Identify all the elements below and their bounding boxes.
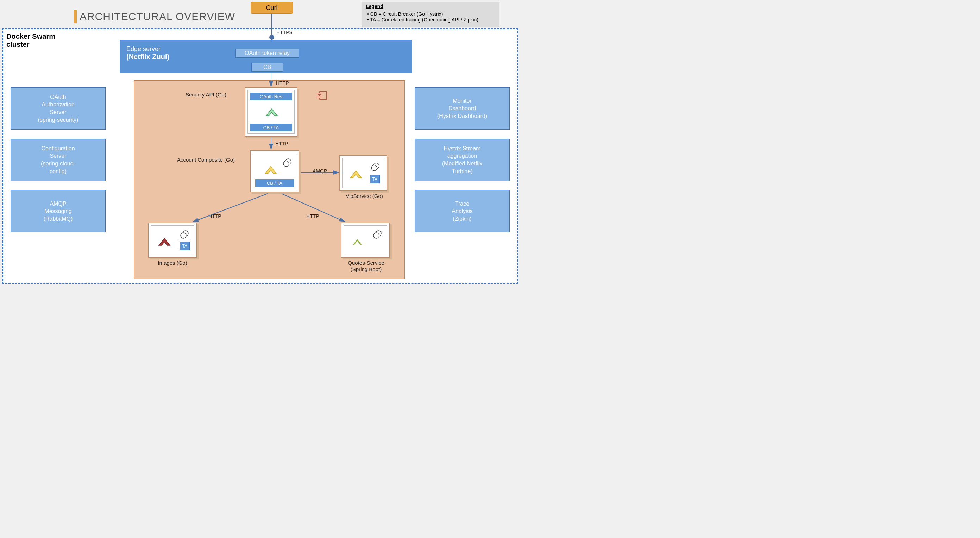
monitor-dashboard-panel: Monitor Dashboard (Hystrix Dashboard) — [415, 87, 510, 130]
oauth-token-relay-badge: OAuth token relay — [235, 49, 299, 58]
trace-l1: Trace — [455, 200, 469, 208]
http-label-2: HTTP — [275, 141, 288, 146]
hystrix-l1: Hystrix Stream — [444, 145, 481, 153]
curl-label: Curl — [266, 4, 277, 12]
monitor-l1: Monitor — [453, 97, 471, 105]
hystrix-l2: aggregation — [447, 152, 477, 160]
monitor-l2: Dashboard — [449, 105, 476, 112]
security-inner: OAuth Res CB / TA — [247, 90, 294, 134]
circle-pair-icon — [180, 230, 189, 239]
vip-service-label: VipService (Go) — [338, 193, 391, 199]
account-footer: CB / TA — [255, 179, 294, 187]
svg-rect-2 — [318, 96, 321, 98]
images-ta-chip: TA — [180, 242, 190, 250]
chevron-icon — [158, 236, 172, 247]
quotes-service-label: Quotes-Service (Spring Boot) — [338, 260, 394, 272]
hystrix-l4: Turbine) — [452, 167, 473, 175]
chevron-icon — [349, 169, 363, 179]
vip-ta-chip: TA — [370, 175, 380, 183]
security-footer: CB / TA — [250, 124, 292, 131]
quotes-service-node — [341, 223, 390, 258]
https-label: HTTPS — [276, 30, 293, 35]
amqp-l3: (RabbitMQ) — [44, 215, 73, 223]
security-api-label: Security API (Go) — [176, 92, 236, 97]
hystrix-l3: (Modified Netflix — [442, 160, 483, 167]
config-l3: (spring-cloud- — [41, 160, 75, 167]
edge-cb-badge: CB — [251, 63, 283, 72]
svg-rect-1 — [318, 93, 321, 95]
trace-l2: Analysis — [452, 207, 473, 215]
oauth-l2: Authorization — [41, 101, 74, 108]
monitor-l3: (Hystrix Dashboard) — [437, 112, 487, 120]
amqp-label: AMQP — [313, 168, 327, 174]
circle-pair-icon — [373, 230, 382, 239]
http-label-1: HTTP — [276, 80, 289, 86]
config-l2: Server — [49, 152, 66, 160]
svg-point-6 — [371, 165, 377, 171]
amqp-l1: AMQP — [49, 200, 66, 208]
config-server-panel: Configuration Server (spring-cloud- conf… — [11, 139, 106, 181]
curl-node: Curl — [251, 2, 293, 14]
legend-title: Legend — [366, 3, 495, 9]
amqp-l2: Messaging — [45, 207, 72, 215]
oauth-server-panel: OAuth Authorization Server (spring-secur… — [11, 87, 106, 130]
legend: Legend • CB = Circuit Breaker (Go Hystri… — [362, 2, 499, 27]
legend-item-ta: • TA = Correlated tracing (Opentracing A… — [367, 17, 495, 22]
svg-point-10 — [374, 233, 379, 238]
cluster-label-l2: cluster — [6, 40, 55, 49]
images-inner: TA — [151, 225, 194, 255]
quotes-l2: (Spring Boot) — [338, 266, 394, 272]
quotes-inner — [344, 225, 387, 255]
config-l1: Configuration — [41, 145, 75, 153]
oauth-l1: OAuth — [50, 93, 66, 101]
cluster-label: Docker Swarm cluster — [6, 32, 55, 49]
http-label-4: HTTP — [306, 213, 319, 219]
chevron-icon — [264, 164, 278, 175]
account-inner: CB / TA — [253, 153, 296, 189]
title-accent — [74, 10, 77, 23]
component-icon — [318, 91, 328, 100]
vip-service-node: TA — [339, 155, 387, 191]
account-composite-label: Account Composite (Go) — [169, 157, 243, 163]
circle-pair-icon — [371, 162, 380, 172]
page-title: ARCHITECTURAL OVERVIEW — [74, 10, 235, 23]
chevron-icon — [265, 107, 279, 117]
http-label-3: HTTP — [208, 213, 221, 219]
config-l4: config) — [49, 167, 67, 175]
svg-point-8 — [181, 233, 186, 238]
trace-l3: (Zipkin) — [453, 215, 471, 223]
chevron-icon — [350, 236, 364, 247]
oauth-l4: (spring-security) — [38, 116, 78, 124]
images-label: Images (Go) — [148, 260, 197, 266]
account-composite-node: CB / TA — [250, 150, 299, 192]
vip-inner: TA — [342, 158, 384, 188]
quotes-l1: Quotes-Service — [338, 260, 394, 266]
security-api-node: OAuth Res CB / TA — [245, 87, 298, 137]
security-header: OAuth Res — [250, 92, 292, 100]
amqp-panel: AMQP Messaging (RabbitMQ) — [11, 190, 106, 232]
cluster-label-l1: Docker Swarm — [6, 32, 55, 40]
hystrix-stream-panel: Hystrix Stream aggregation (Modified Net… — [415, 139, 510, 181]
oauth-l3: Server — [49, 108, 66, 116]
legend-item-cb: • CB = Circuit Breaker (Go Hystrix) — [367, 11, 495, 17]
circle-pair-icon — [283, 158, 292, 167]
images-node: TA — [148, 223, 197, 258]
title-text: ARCHITECTURAL OVERVIEW — [80, 11, 235, 22]
trace-analysis-panel: Trace Analysis (Zipkin) — [415, 190, 510, 232]
svg-point-4 — [283, 161, 289, 167]
